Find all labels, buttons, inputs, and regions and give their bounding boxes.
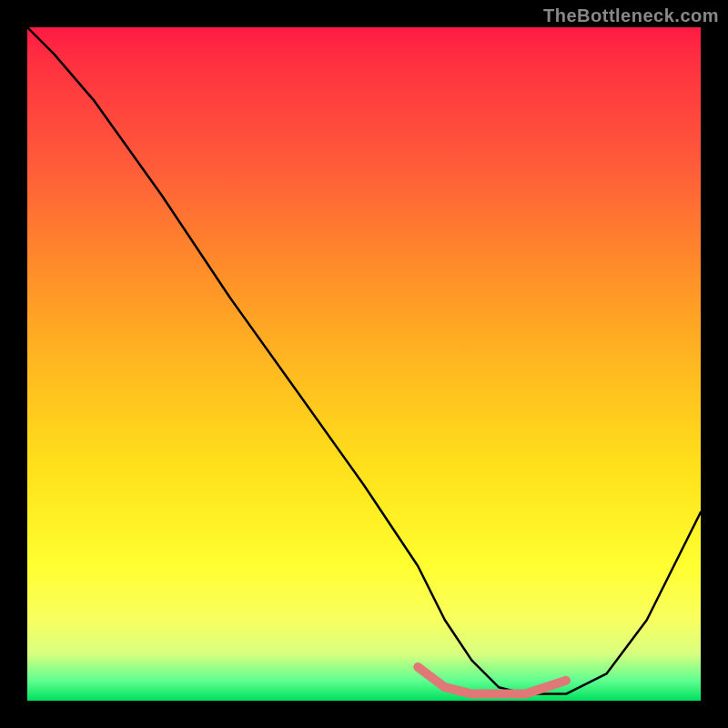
watermark: TheBottleneck.com: [543, 5, 719, 26]
curve-layer: [27, 27, 701, 701]
plot-area: [27, 27, 701, 701]
bottleneck-curve: [27, 27, 701, 694]
